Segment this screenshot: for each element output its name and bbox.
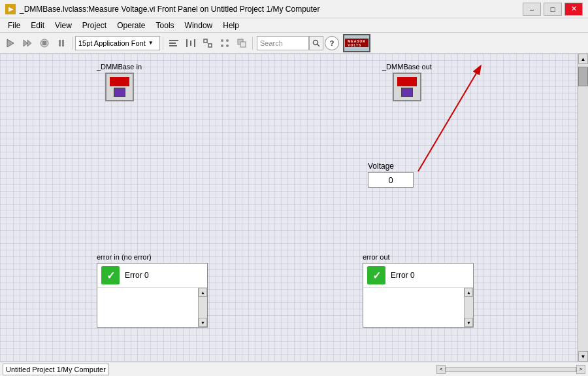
menu-tools[interactable]: Tools — [151, 20, 180, 31]
svg-point-19 — [226, 44, 229, 47]
check-mark: ✓ — [106, 269, 115, 282]
scroll-track — [578, 64, 588, 351]
error-in-body: ▲ ▼ — [97, 288, 207, 327]
svg-line-23 — [318, 44, 320, 46]
dmm-out-purple-box — [401, 88, 413, 97]
svg-rect-10 — [186, 39, 188, 47]
run-continuous-button[interactable] — [20, 35, 35, 51]
svg-point-22 — [314, 40, 318, 44]
voltage-label: Voltage — [368, 162, 394, 171]
dmm-out-red-bar — [397, 77, 417, 86]
menu-edit[interactable]: Edit — [25, 20, 50, 31]
menu-bar: File Edit View Project Operate Tools Win… — [0, 18, 588, 33]
scroll-track-h[interactable] — [446, 367, 576, 372]
error-out-text: Error 0 — [391, 271, 415, 280]
check-mark-out: ✓ — [372, 269, 381, 282]
menu-file[interactable]: File — [3, 20, 25, 31]
dmm-in-icon[interactable] — [105, 73, 134, 101]
resize-button[interactable] — [200, 35, 216, 51]
status-bar: Untitled Project 1/My Computer < > — [0, 362, 588, 376]
window-controls: – □ ✕ — [523, 3, 583, 16]
dmm-in-control: _DMMBase in — [97, 63, 142, 101]
error-out-scroll-up[interactable]: ▲ — [465, 288, 473, 297]
svg-point-18 — [221, 44, 223, 47]
scroll-up-button[interactable]: ▲ — [578, 54, 588, 64]
svg-line-15 — [207, 43, 208, 44]
search-placeholder: Search — [260, 39, 283, 47]
menu-view[interactable]: View — [50, 20, 77, 31]
distribute-button[interactable] — [183, 35, 199, 51]
minimize-button[interactable]: – — [523, 3, 541, 16]
main-area: _DMMBase in _DMMBase out V — [0, 54, 588, 362]
app-icon: ▶ — [5, 4, 16, 14]
svg-rect-21 — [240, 42, 246, 47]
order-button[interactable] — [234, 35, 250, 51]
close-button[interactable]: ✕ — [564, 3, 583, 16]
error-in-header: ✓ Error 0 — [97, 264, 207, 288]
font-name: 15pt Application Font — [78, 39, 146, 47]
menu-window[interactable]: Window — [180, 20, 218, 31]
error-in-label: error in (no error) — [97, 253, 208, 261]
toolbar-separator-2 — [163, 37, 163, 50]
vi-thumbnail: MEASURVOLTS — [343, 34, 370, 52]
window-title: _DMMBase.lvclass:Measure Voltage.vi Fron… — [20, 5, 523, 14]
run-button[interactable] — [3, 35, 18, 51]
dmm-in-label: _DMMBase in — [97, 63, 142, 71]
search-button[interactable] — [309, 36, 323, 50]
maximize-button[interactable]: □ — [544, 3, 562, 16]
font-dropdown[interactable]: 15pt Application Font ▼ — [75, 36, 160, 50]
toolbar-separator-1 — [72, 37, 73, 50]
svg-rect-4 — [42, 41, 46, 45]
scroll-thumb[interactable] — [578, 67, 588, 86]
error-out-box[interactable]: ✓ Error 0 ▲ ▼ — [363, 263, 474, 328]
error-out-scrollbar[interactable]: ▲ ▼ — [464, 288, 473, 327]
error-in-scroll-up[interactable]: ▲ — [199, 288, 207, 297]
error-in-box[interactable]: ✓ Error 0 ▲ ▼ — [97, 263, 208, 328]
error-in-scroll-down[interactable]: ▼ — [199, 318, 207, 327]
font-dropdown-arrow: ▼ — [148, 40, 154, 46]
scroll-right-button[interactable]: > — [576, 365, 585, 374]
pause-button[interactable] — [54, 35, 69, 51]
svg-marker-1 — [24, 40, 27, 46]
svg-rect-5 — [59, 40, 61, 46]
vi-thumbnail-area: MEASURVOLTS — [343, 34, 370, 52]
menu-operate[interactable]: Operate — [112, 20, 150, 31]
menu-help[interactable]: Help — [218, 20, 244, 31]
snap-button[interactable] — [217, 35, 233, 51]
align-left-button[interactable] — [166, 35, 182, 51]
project-label: Untitled Project 1/My Computer — [6, 366, 106, 373]
svg-rect-13 — [204, 39, 207, 43]
voltage-display[interactable]: 0 — [368, 172, 414, 188]
error-out-header: ✓ Error 0 — [363, 264, 473, 288]
thumbnail-red-bar: MEASURVOLTS — [345, 39, 368, 47]
svg-rect-11 — [190, 41, 191, 46]
abort-button[interactable] — [37, 35, 52, 51]
svg-point-17 — [226, 39, 229, 42]
search-area: Search — [257, 36, 323, 50]
error-out-label: error out — [363, 253, 474, 261]
dmm-out-label: _DMMBase out — [382, 63, 432, 71]
dmm-in-purple-box — [114, 88, 125, 97]
svg-rect-14 — [208, 44, 212, 47]
error-out-scroll-down[interactable]: ▼ — [465, 318, 473, 327]
svg-rect-7 — [169, 40, 178, 41]
title-bar: ▶ _DMMBase.lvclass:Measure Voltage.vi Fr… — [0, 0, 588, 18]
thumbnail-text: MEASURVOLTS — [348, 39, 366, 47]
svg-marker-0 — [7, 39, 14, 47]
scroll-down-button[interactable]: ▼ — [578, 351, 588, 362]
scroll-left-button[interactable]: < — [436, 365, 446, 374]
svg-rect-8 — [169, 43, 176, 44]
canvas-area[interactable]: _DMMBase in _DMMBase out V — [0, 54, 578, 362]
search-box[interactable]: Search — [257, 36, 309, 50]
voltage-container: Voltage 0 — [368, 162, 414, 188]
svg-rect-12 — [194, 39, 195, 47]
menu-project[interactable]: Project — [77, 20, 112, 31]
dmm-out-icon[interactable] — [393, 73, 421, 101]
help-button[interactable]: ? — [325, 36, 339, 50]
svg-marker-2 — [27, 40, 31, 46]
status-project[interactable]: Untitled Project 1/My Computer — [3, 364, 109, 375]
toolbar: 15pt Application Font ▼ Search — [0, 33, 588, 54]
dmm-in-red-bar — [110, 77, 129, 86]
error-in-scrollbar[interactable]: ▲ ▼ — [198, 288, 207, 327]
vertical-scrollbar[interactable]: ▲ ▼ — [578, 54, 588, 362]
